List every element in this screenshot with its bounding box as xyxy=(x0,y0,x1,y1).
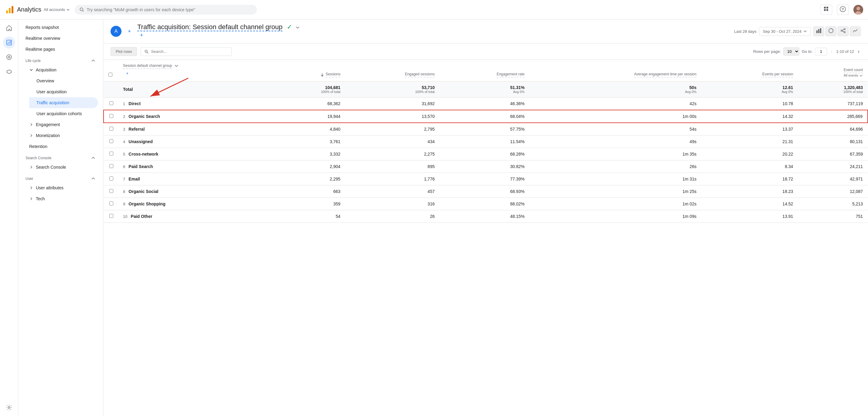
sidebar-item-reports-snapshot[interactable]: Reports snapshot xyxy=(18,22,103,33)
row-channel: 5 Cross-network xyxy=(118,148,274,160)
select-all-header[interactable] xyxy=(103,60,118,82)
sidebar-item-user-acquisition[interactable]: User acquisition xyxy=(29,86,103,97)
row-engaged-sessions: 2,275 xyxy=(345,148,439,160)
settings-icon[interactable] xyxy=(3,402,15,414)
row-checkbox-cell[interactable] xyxy=(103,173,118,185)
row-checkbox[interactable] xyxy=(109,164,113,168)
user-avatar[interactable] xyxy=(854,5,863,14)
row-checkbox-cell[interactable] xyxy=(103,110,118,123)
table-search-icon xyxy=(145,50,149,54)
row-checkbox-cell[interactable] xyxy=(103,123,118,136)
events-per-session-header[interactable]: Events per session xyxy=(701,60,798,82)
page-header: A + Traffic acquisition: Session default… xyxy=(103,20,868,43)
plot-rows-button[interactable]: Plot rows xyxy=(111,47,137,56)
sidebar-item-monetization[interactable]: Monetization xyxy=(22,130,103,141)
sidebar-item-user-attributes[interactable]: User attributes xyxy=(22,182,103,193)
row-checkbox-cell[interactable] xyxy=(103,136,118,148)
row-checkbox[interactable] xyxy=(109,202,113,205)
row-checkbox-cell[interactable] xyxy=(103,210,118,223)
row-sessions: 54 xyxy=(274,210,345,223)
row-event-count: 737,119 xyxy=(798,97,868,110)
engagement-rate-header[interactable]: Engagement rate xyxy=(439,60,529,82)
chevron-right-tech-icon xyxy=(29,197,33,201)
add-comparison-button[interactable]: + xyxy=(125,27,134,35)
row-sessions: 359 xyxy=(274,198,345,210)
sidebar-item-engagement[interactable]: Engagement xyxy=(22,119,103,130)
rows-per-page-select[interactable]: 10 25 50 xyxy=(783,48,799,56)
total-sessions: 104,681 100% of total xyxy=(274,82,345,97)
row-checkbox[interactable] xyxy=(109,139,113,143)
avg-engagement-time-header[interactable]: Average engagement time per session xyxy=(529,60,701,82)
help-icon[interactable]: ? xyxy=(837,5,848,15)
sidebar-item-user-acquisition-cohorts[interactable]: User acquisition cohorts xyxy=(29,108,103,119)
sidebar-item-retention[interactable]: Retention xyxy=(22,141,103,152)
row-checkbox-cell[interactable] xyxy=(103,148,118,160)
lifecycle-section[interactable]: Life cycle xyxy=(18,55,103,64)
row-checkbox-cell[interactable] xyxy=(103,185,118,198)
row-checkbox-cell[interactable] xyxy=(103,97,118,110)
add-metric-button[interactable]: + xyxy=(137,31,146,39)
trend-button[interactable] xyxy=(850,26,861,36)
home-icon[interactable] xyxy=(3,22,15,34)
event-count-dropdown-icon[interactable] xyxy=(859,74,863,78)
sidebar-item-realtime-pages[interactable]: Realtime pages xyxy=(18,44,103,55)
sidebar-item-realtime-overview[interactable]: Realtime overview xyxy=(18,33,103,44)
row-checkbox[interactable] xyxy=(109,114,113,118)
chevron-down-icon xyxy=(66,8,70,11)
table-search[interactable] xyxy=(141,47,232,56)
row-engagement-rate: 68.93% xyxy=(439,185,529,198)
row-avg-engagement-time: 26s xyxy=(529,160,701,173)
date-range-button[interactable]: Sep 30 - Oct 27, 2024 xyxy=(759,27,811,36)
next-page-button[interactable]: › xyxy=(857,47,861,56)
row-events-per-session: 14.52 xyxy=(701,198,798,210)
table-search-input[interactable] xyxy=(151,49,228,54)
select-all-checkbox[interactable] xyxy=(108,72,112,77)
sidebar-item-acquisition[interactable]: Acquisition xyxy=(22,64,103,76)
svg-rect-23 xyxy=(820,28,821,33)
grid-view-icon[interactable] xyxy=(820,5,832,15)
reports-icon[interactable] xyxy=(3,36,15,49)
pie-chart-view-button[interactable] xyxy=(826,26,836,36)
all-accounts-dropdown[interactable]: All accounts xyxy=(44,7,70,12)
row-events-per-session: 8.34 xyxy=(701,160,798,173)
sessions-header[interactable]: Sessions xyxy=(274,60,345,82)
row-engagement-rate: 68.04% xyxy=(439,110,529,123)
row-sessions: 3,761 xyxy=(274,136,345,148)
column-filter-icon[interactable] xyxy=(174,64,179,68)
channel-group-header[interactable]: Session default channel group + xyxy=(118,60,274,82)
global-search[interactable] xyxy=(75,5,257,14)
date-range-selector[interactable]: Last 28 days Sep 30 - Oct 27, 2024 xyxy=(734,26,861,36)
row-checkbox-cell[interactable] xyxy=(103,198,118,210)
row-checkbox[interactable] xyxy=(109,101,113,105)
row-sessions: 2,904 xyxy=(274,160,345,173)
prev-page-button[interactable]: ‹ xyxy=(830,47,834,56)
top-header: Analytics All accounts ? xyxy=(0,0,868,20)
sidebar-item-tech[interactable]: Tech xyxy=(22,193,103,204)
add-column-button[interactable]: + xyxy=(123,69,131,78)
svg-rect-1 xyxy=(9,8,11,13)
bar-chart-view-button[interactable] xyxy=(813,26,824,36)
goto-page-input[interactable] xyxy=(815,48,827,55)
row-checkbox[interactable] xyxy=(109,189,113,193)
svg-rect-0 xyxy=(6,10,8,13)
row-checkbox-cell[interactable] xyxy=(103,160,118,173)
search-input[interactable] xyxy=(87,7,252,12)
user-section[interactable]: User xyxy=(18,173,103,182)
table-row: 1 Direct 68,362 31,692 46.36% 42s 10.78 … xyxy=(103,97,868,110)
sidebar-item-overview[interactable]: Overview xyxy=(29,76,103,86)
row-checkbox[interactable] xyxy=(109,214,113,218)
svg-line-29 xyxy=(842,31,844,32)
sidebar-item-traffic-acquisition[interactable]: Traffic acquisition xyxy=(29,97,98,108)
share-button[interactable] xyxy=(838,26,848,36)
explore-icon[interactable] xyxy=(3,51,15,63)
svg-rect-8 xyxy=(827,9,828,11)
advertising-icon[interactable] xyxy=(3,66,15,78)
sidebar-item-search-console[interactable]: Search Console xyxy=(22,162,103,173)
row-checkbox[interactable] xyxy=(109,177,113,180)
row-checkbox[interactable] xyxy=(109,127,113,131)
engaged-sessions-header[interactable]: Engaged sessions xyxy=(345,60,439,82)
event-count-header[interactable]: Event count All events xyxy=(798,60,868,82)
row-checkbox[interactable] xyxy=(109,152,113,156)
title-chevron-icon[interactable] xyxy=(295,25,300,30)
search-console-section[interactable]: Search Console xyxy=(18,152,103,162)
